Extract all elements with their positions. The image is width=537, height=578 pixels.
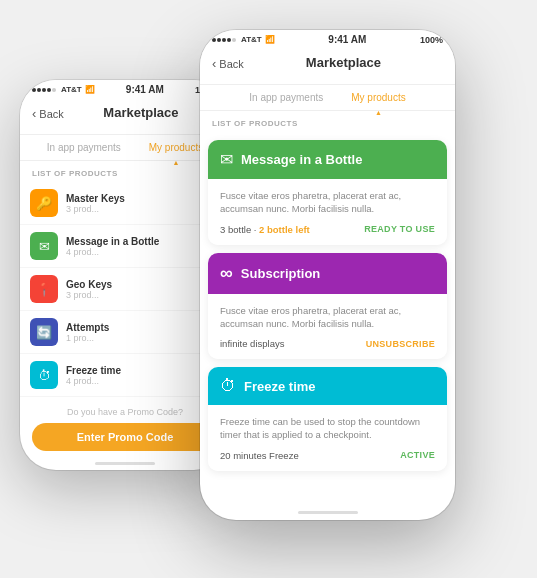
front-carrier: AT&T (241, 35, 262, 44)
message-bottle-card: ✉ Message in a Bottle Fusce vitae eros p… (208, 140, 447, 245)
freeze-time-desc: Freeze time can be used to stop the coun… (220, 415, 435, 442)
geo-keys-icon: 📍 (30, 275, 58, 303)
subscription-info: infinite displays (220, 338, 284, 349)
item-name: Attempts (66, 322, 220, 333)
front-back-button[interactable]: ‹ Back (212, 56, 244, 71)
front-back-label: Back (219, 58, 243, 70)
message-bottle-desc: Fusce vitae eros pharetra, placerat erat… (220, 189, 435, 216)
wifi-icon: 📶 (85, 85, 95, 94)
message-bottle-action: READY TO USE (364, 224, 435, 234)
back-time: 9:41 AM (126, 84, 164, 95)
signal-dots (32, 88, 56, 92)
attempts-icon: 🔄 (30, 318, 58, 346)
master-keys-icon: 🔑 (30, 189, 58, 217)
chevron-left-icon: ‹ (32, 106, 36, 121)
message-bottle-card-title: Message in a Bottle (241, 152, 362, 167)
item-count: 4 prod... (66, 376, 220, 386)
freeze-time-card-title: Freeze time (244, 379, 316, 394)
item-name: Message in a Bottle (66, 236, 220, 247)
front-signal-dots (212, 38, 236, 42)
front-chevron-left-icon: ‹ (212, 56, 216, 71)
message-bottle-card-header: ✉ Message in a Bottle (208, 140, 447, 179)
front-tab-in-app[interactable]: In app payments (235, 85, 337, 110)
message-bottle-icon: ✉ (30, 232, 58, 260)
freeze-time-card-header: ⏱ Freeze time (208, 367, 447, 405)
front-header: ‹ Back Marketplace (200, 49, 455, 85)
list-item[interactable]: 🔄 Attempts 1 pro... (20, 311, 230, 354)
list-item[interactable]: ✉ Message in a Bottle 4 prod... (20, 225, 230, 268)
freeze-time-status: ACTIVE (400, 450, 435, 460)
item-name: Geo Keys (66, 279, 220, 290)
freeze-time-footer: 20 minutes Freeze ACTIVE (220, 450, 435, 461)
freeze-time-info: 20 minutes Freeze (220, 450, 299, 461)
front-tab-my-products[interactable]: My products (337, 85, 419, 110)
back-marketplace-title: Marketplace (64, 105, 218, 120)
subscription-card-icon: ∞ (220, 263, 233, 284)
back-label: Back (39, 108, 63, 120)
bottle-left: 2 bottle left (259, 224, 310, 235)
subscription-card-title: Subscription (241, 266, 320, 281)
front-home-bar (298, 511, 358, 514)
subscription-footer: infinite displays UNSUBSCRIBE (220, 338, 435, 349)
list-item[interactable]: 🔑 Master Keys 3 prod... (20, 182, 230, 225)
list-item[interactable]: 📍 Geo Keys 3 prod... (20, 268, 230, 311)
home-indicator (20, 457, 230, 470)
freeze-time-icon: ⏱ (30, 361, 58, 389)
subscription-card-body: Fusce vitae eros pharetra, placerat erat… (208, 294, 447, 360)
home-bar (95, 462, 155, 465)
front-status-bar: AT&T 📶 9:41 AM 100% (200, 30, 455, 49)
item-name: Freeze time (66, 365, 220, 376)
freeze-time-card-icon: ⏱ (220, 377, 236, 395)
subscription-card: ∞ Subscription Fusce vitae eros pharetra… (208, 253, 447, 360)
message-bottle-footer: 3 bottle · 2 bottle left READY TO USE (220, 224, 435, 235)
front-phone: AT&T 📶 9:41 AM 100% ‹ Back Marketplace (200, 30, 455, 520)
item-count: 3 prod... (66, 290, 220, 300)
item-count: 4 prod... (66, 247, 220, 257)
freeze-time-card-body: Freeze time can be used to stop the coun… (208, 405, 447, 471)
back-section-label: LIST OF PRODUCTS (20, 161, 230, 182)
tab-in-app-payments[interactable]: In app payments (33, 135, 135, 160)
front-tabs: In app payments My products (200, 85, 455, 111)
subscription-desc: Fusce vitae eros pharetra, placerat erat… (220, 304, 435, 331)
item-name: Master Keys (66, 193, 220, 204)
message-bottle-card-body: Fusce vitae eros pharetra, placerat erat… (208, 179, 447, 245)
unsubscribe-button[interactable]: UNSUBSCRIBE (366, 339, 435, 349)
back-status-bar: AT&T 📶 9:41 AM 100% (20, 80, 230, 99)
subscription-card-header: ∞ Subscription (208, 253, 447, 294)
message-bottle-card-icon: ✉ (220, 150, 233, 169)
front-section-label: LIST OF PRODUCTS (200, 111, 455, 132)
list-item[interactable]: ⏱ Freeze time 4 prod... (20, 354, 230, 397)
item-count: 1 pro... (66, 333, 220, 343)
back-button[interactable]: ‹ Back (32, 106, 64, 121)
back-tabs: In app payments My products (20, 135, 230, 161)
back-phone: AT&T 📶 9:41 AM 100% ‹ Back Marketplace (20, 80, 230, 470)
promo-section: Do you have a Promo Code? Enter Promo Co… (20, 397, 230, 457)
carrier-label: AT&T (61, 85, 82, 94)
back-product-list: 🔑 Master Keys 3 prod... ✉ Message in a B… (20, 182, 230, 397)
front-marketplace-title: Marketplace (244, 55, 443, 70)
product-list: ✉ Message in a Bottle Fusce vitae eros p… (200, 132, 455, 504)
front-home-indicator (200, 504, 455, 520)
front-battery: 100% (420, 35, 443, 45)
freeze-time-card: ⏱ Freeze time Freeze time can be used to… (208, 367, 447, 471)
front-wifi-icon: 📶 (265, 35, 275, 44)
item-count: 3 prod... (66, 204, 220, 214)
bottle-count: 3 bottle (220, 224, 251, 235)
enter-promo-button[interactable]: Enter Promo Code (32, 423, 218, 451)
promo-question: Do you have a Promo Code? (32, 407, 218, 417)
back-header: ‹ Back Marketplace (20, 99, 230, 135)
front-time: 9:41 AM (328, 34, 366, 45)
message-bottle-info: 3 bottle · 2 bottle left (220, 224, 310, 235)
